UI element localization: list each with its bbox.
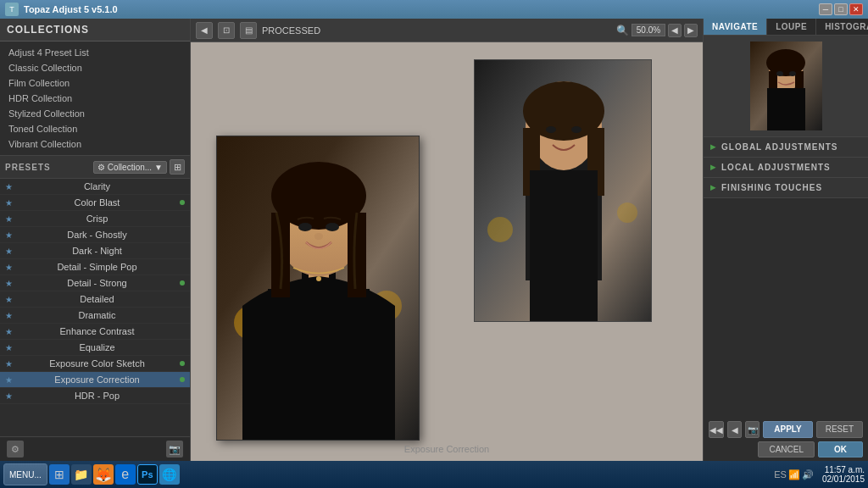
preset-item[interactable]: ★ Exposure Correction <box>0 372 190 388</box>
collection-item[interactable]: Film Collection <box>0 75 190 91</box>
adjustment-header[interactable]: ▶ GLOBAL ADJUSTMENTS <box>704 137 868 157</box>
nav-tab-loupe[interactable]: LOUPE <box>767 19 816 35</box>
presets-controls: ⚙ Collection... ▼ ⊞ <box>93 159 185 175</box>
maximize-button[interactable]: □ <box>834 3 848 15</box>
processed-label: PROCESSED <box>262 25 320 36</box>
star-icon: ★ <box>5 247 13 256</box>
star-icon: ★ <box>5 230 13 240</box>
expand-arrow-icon: ▶ <box>710 143 716 151</box>
prev-button[interactable]: ◀◀ <box>709 421 724 438</box>
svg-rect-33 <box>767 88 805 130</box>
collection-item[interactable]: HDR Collection <box>0 91 190 106</box>
nav-tab-histogram[interactable]: HISTOGRAM <box>816 19 868 35</box>
collection-item[interactable]: Vibrant Collection <box>0 136 190 152</box>
preset-item[interactable]: ★ Detailed <box>0 291 190 308</box>
preset-item[interactable]: ★ Clarity <box>0 179 190 195</box>
svg-rect-9 <box>530 170 598 322</box>
firefox-icon[interactable]: 🦊 <box>93 464 114 485</box>
clock-date: 02/01/2015 <box>822 474 865 484</box>
settings-icon[interactable]: ⚙ <box>7 441 24 458</box>
preset-item[interactable]: ★ Dark - Ghostly <box>0 227 190 243</box>
app-icon: T <box>5 3 19 16</box>
zoom-input[interactable] <box>632 24 665 36</box>
presets-list: ★ Clarity ★ Color Blast ★ Crisp ★ Dark -… <box>0 179 190 436</box>
adjustment-header[interactable]: ▶ FINISHING TOUCHES <box>704 178 868 197</box>
system-icons: ES 📶 🔊 <box>774 469 814 480</box>
collection-item[interactable]: Adjust 4 Preset List <box>0 45 190 60</box>
bottom-panel-left: ⚙ 📷 <box>0 436 190 461</box>
chevron-down-icon: ▼ <box>154 163 163 172</box>
adjustment-header[interactable]: ▶ LOCAL ADJUSTMENTS <box>704 158 868 177</box>
minimize-button[interactable]: ─ <box>819 3 832 15</box>
right-panel: NAVIGATELOUPEHISTOGRAM <box>703 19 868 461</box>
volume-icon: 🔊 <box>802 469 814 480</box>
camera-icon[interactable]: 📷 <box>166 441 183 458</box>
apply-button[interactable]: APPLY <box>763 421 812 438</box>
star-icon: ★ <box>5 359 13 369</box>
image-caption: Exposure Correction <box>404 444 489 454</box>
zoom-icon: 🔍 <box>616 25 629 36</box>
grid-view-button[interactable]: ⊞ <box>170 159 185 175</box>
star-icon: ★ <box>5 295 13 304</box>
preset-dot <box>180 377 185 382</box>
menu-button[interactable]: MENU... <box>3 463 47 485</box>
svg-point-26 <box>316 276 321 281</box>
svg-point-7 <box>546 126 556 133</box>
collection-item[interactable]: Stylized Collection <box>0 106 190 121</box>
ie-icon[interactable]: e <box>115 464 136 485</box>
presets-header: PRESETS ⚙ Collection... ▼ ⊞ <box>0 156 190 179</box>
preset-item[interactable]: ★ Enhance Contrast <box>0 324 190 340</box>
star-icon: ★ <box>5 214 13 224</box>
zoom-next-button[interactable]: ▶ <box>684 24 698 37</box>
svg-rect-23 <box>348 213 366 297</box>
preset-item[interactable]: ★ Detail - Strong <box>0 275 190 291</box>
collection-item[interactable]: Toned Collection <box>0 121 190 136</box>
preset-dot <box>180 361 185 366</box>
preset-name: Exposure Correction <box>18 374 176 385</box>
reset-button[interactable]: RESET <box>816 421 863 438</box>
preset-name: Enhance Contrast <box>18 326 176 336</box>
collection-item[interactable]: Classic Collection <box>0 60 190 75</box>
explorer-icon[interactable]: 📁 <box>71 464 92 485</box>
svg-point-35 <box>789 71 796 76</box>
close-button[interactable]: ✕ <box>849 3 863 15</box>
confirm-action-row: CANCEL OK <box>709 441 863 458</box>
back-button[interactable]: ◀ <box>727 421 742 438</box>
star-icon: ★ <box>5 198 13 208</box>
canvas-area: Exposure Correction <box>191 42 703 461</box>
window-title: Topaz Adjust 5 v5.1.0 <box>24 4 118 14</box>
globe-icon[interactable]: 🌐 <box>159 464 180 485</box>
view-toggle-button[interactable]: ⊡ <box>218 22 235 39</box>
preset-name: Dark - Ghostly <box>18 230 176 240</box>
lang-indicator: ES <box>774 469 787 480</box>
network-icon: 📶 <box>788 469 800 480</box>
preset-item[interactable]: ★ HDR - Pop <box>0 388 190 404</box>
zoom-prev-button[interactable]: ◀ <box>668 24 682 37</box>
left-panel: COLLECTIONS Adjust 4 Preset ListClassic … <box>0 19 191 461</box>
collection-dropdown[interactable]: ⚙ Collection... ▼ <box>93 161 167 174</box>
preset-name: Dark - Night <box>18 246 176 256</box>
camera2-icon[interactable]: 📷 <box>745 421 760 438</box>
preset-item[interactable]: ★ Crisp <box>0 211 190 227</box>
preset-dot <box>180 200 185 205</box>
windows-button[interactable]: ⊞ <box>49 464 70 485</box>
ok-button[interactable]: OK <box>818 441 863 458</box>
preset-name: Exposure Color Sketch <box>18 358 176 369</box>
svg-point-24 <box>298 223 312 231</box>
preset-item[interactable]: ★ Equalize <box>0 340 190 356</box>
preset-item[interactable]: ★ Exposure Color Sketch <box>0 356 190 372</box>
nav-left-button[interactable]: ◀ <box>196 22 213 39</box>
view-mode-button[interactable]: ▤ <box>240 22 257 39</box>
star-icon: ★ <box>5 327 13 336</box>
collections-list: Adjust 4 Preset ListClassic CollectionFi… <box>0 42 190 156</box>
svg-point-11 <box>617 202 637 223</box>
photoshop-icon[interactable]: Ps <box>137 464 158 485</box>
star-icon: ★ <box>5 375 13 385</box>
preset-item[interactable]: ★ Dramatic <box>0 308 190 324</box>
nav-tab-navigate[interactable]: NAVIGATE <box>704 19 767 35</box>
photo-foreground <box>216 136 420 441</box>
cancel-button[interactable]: CANCEL <box>758 441 815 458</box>
preset-item[interactable]: ★ Color Blast <box>0 195 190 211</box>
preset-item[interactable]: ★ Detail - Simple Pop <box>0 259 190 275</box>
preset-item[interactable]: ★ Dark - Night <box>0 243 190 259</box>
